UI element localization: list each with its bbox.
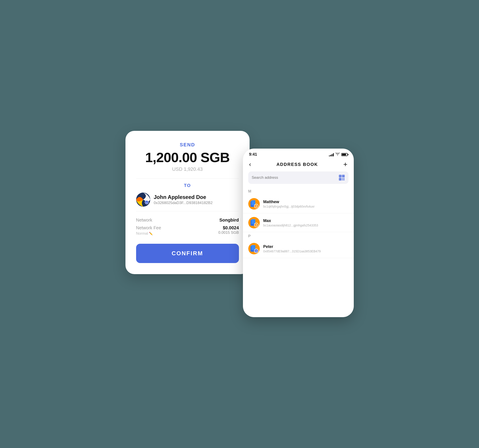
cards-container: SEND 1,200.00 SGB USD 1,920.43 TO S John… <box>126 131 354 317</box>
fee-usd: $0.0024 <box>218 225 239 231</box>
contact-info-matthew: Matthew bc1qkfq6rgajhn5gj...tj03dp60vvfs… <box>263 200 348 208</box>
battery-icon <box>341 153 347 156</box>
contact-max[interactable]: ₿ Max bc1auoaoiasdijh812...gjmhgafs25433… <box>243 213 354 232</box>
fee-mode: Normal ✏️ <box>136 231 161 236</box>
svg-rect-10 <box>344 178 345 179</box>
address-book-card: 9:41 <box>243 149 354 317</box>
status-bar: 9:41 <box>243 149 354 159</box>
to-label: TO <box>136 183 239 188</box>
section-m: M <box>243 187 354 195</box>
nav-bar: ‹ ADDRESS BOOK + <box>243 159 354 171</box>
status-time: 9:41 <box>249 152 257 157</box>
svg-rect-9 <box>342 178 343 179</box>
add-button[interactable]: + <box>343 161 347 168</box>
contact-peter[interactable]: Ξ Peter 0x854677dE9a887...315D1aa3853EB4… <box>243 239 354 258</box>
contact-addr-peter: 0x854677dE9a887...315D1aa3853EB479 <box>263 250 348 253</box>
svg-rect-12 <box>344 179 345 180</box>
recipient-name: John Appleseed Doe <box>154 194 239 200</box>
contact-name-max: Max <box>263 218 348 223</box>
contact-name-peter: Peter <box>263 244 348 249</box>
fee-label: Network Fee <box>136 225 161 231</box>
contact-addr-max: bc1auoaoiasdijh812...gjmhgafs2543353 <box>263 224 348 227</box>
svg-text:Ξ: Ξ <box>256 250 257 252</box>
send-card: SEND 1,200.00 SGB USD 1,920.43 TO S John… <box>126 131 250 274</box>
fee-mode-text: Normal <box>136 231 148 236</box>
svg-rect-8 <box>339 178 341 180</box>
send-usd: USD 1,920.43 <box>136 166 239 172</box>
send-amount: 1,200.00 SGB <box>136 150 239 165</box>
address-list: M ₿ Matthew bc1qkfq6rgajhn5gj...tj03dp60… <box>243 187 354 258</box>
recipient-address: 0x3268025daD3F...D938184182B2 <box>154 201 239 205</box>
avatar: S <box>136 192 150 207</box>
svg-rect-11 <box>342 179 343 180</box>
signal-icon <box>329 153 334 156</box>
divider-bottom <box>136 211 239 211</box>
nav-title: ADDRESS BOOK <box>276 162 318 167</box>
contact-info-peter: Peter 0x854677dE9a887...315D1aa3853EB479 <box>263 244 348 253</box>
contact-name-matthew: Matthew <box>263 200 348 204</box>
network-label: Network <box>136 217 152 223</box>
qr-icon[interactable] <box>339 175 345 181</box>
search-container <box>248 171 348 184</box>
back-button[interactable]: ‹ <box>249 161 251 167</box>
svg-rect-4 <box>339 176 341 177</box>
send-label: SEND <box>136 142 239 148</box>
avatar-max: ₿ <box>248 217 260 228</box>
network-row: Network Songbird <box>136 217 239 223</box>
network-value: Songbird <box>220 217 239 223</box>
svg-text:S: S <box>146 202 147 204</box>
recipient-info: John Appleseed Doe 0x3268025daD3F...D938… <box>154 194 239 205</box>
fee-row: Network Fee Normal ✏️ $0.0024 0.0015 SGB <box>136 225 239 236</box>
contact-info-max: Max bc1auoaoiasdijh812...gjmhgafs2543353 <box>263 218 348 227</box>
edit-icon[interactable]: ✏️ <box>149 232 153 235</box>
search-bar <box>248 171 348 184</box>
contact-matthew[interactable]: ₿ Matthew bc1qkfq6rgajhn5gj...tj03dp60vv… <box>243 195 354 213</box>
contact-addr-matthew: bc1qkfq6rgajhn5gj...tj03dp60vvfs4uxr <box>263 205 348 208</box>
search-input[interactable] <box>252 176 336 180</box>
confirm-button[interactable]: CONFIRM <box>136 244 239 263</box>
fee-values: $0.0024 0.0015 SGB <box>218 225 239 235</box>
avatar-matthew: ₿ <box>248 198 260 210</box>
status-icons <box>329 153 347 156</box>
recipient-row: S John Appleseed Doe 0x3268025daD3F...D9… <box>136 192 239 207</box>
fee-sgb: 0.0015 SGB <box>218 231 239 235</box>
section-p: P <box>243 232 354 239</box>
wifi-icon <box>336 153 339 156</box>
avatar-peter: Ξ <box>248 243 260 254</box>
network-section: Network Songbird Network Fee Normal ✏️ $… <box>136 217 239 236</box>
svg-rect-6 <box>343 176 344 177</box>
